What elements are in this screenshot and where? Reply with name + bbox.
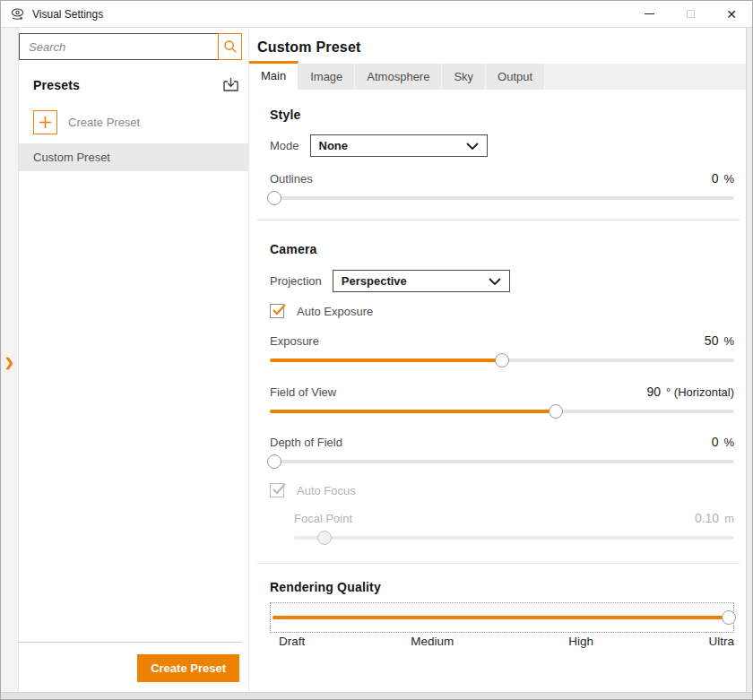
- window-bottom-edge: [1, 692, 752, 699]
- rendering-quality-header: Rendering Quality: [270, 580, 734, 594]
- tab-image[interactable]: Image: [299, 64, 355, 90]
- slider-fill: [273, 616, 729, 619]
- exposure-row: Exposure 50 %: [270, 333, 734, 348]
- exposure-unit: %: [723, 334, 734, 348]
- close-icon: ✕: [726, 8, 737, 21]
- import-preset-button[interactable]: [220, 74, 241, 96]
- slider-handle[interactable]: [722, 610, 736, 625]
- field-of-view-row: Field of View 90 ° (Horizontal): [270, 385, 734, 399]
- tab-content: Style Mode None Outlines 0 %: [249, 90, 746, 650]
- focal-point-row: Focal Point 0.10 m: [294, 511, 734, 525]
- mode-label: Mode: [270, 139, 299, 152]
- camera-section-header: Camera: [270, 242, 734, 256]
- projection-dropdown-value: Perspective: [342, 274, 407, 288]
- slider-handle[interactable]: [549, 404, 563, 419]
- slider-track: [294, 536, 734, 540]
- projection-dropdown[interactable]: Perspective: [333, 270, 510, 292]
- outlines-row: Outlines 0 %: [270, 171, 734, 186]
- tab-bar: Main Image Atmosphere Sky Output: [249, 64, 746, 90]
- tab-main[interactable]: Main: [249, 61, 299, 90]
- quality-label-high[interactable]: High: [568, 635, 593, 648]
- auto-exposure-checkbox[interactable]: [270, 304, 284, 318]
- focal-point-value: 0.10: [695, 511, 719, 525]
- search-box: [19, 33, 242, 60]
- exposure-label: Exposure: [270, 334, 319, 348]
- outlines-slider[interactable]: [270, 191, 734, 205]
- field-of-view-label: Field of View: [270, 385, 336, 399]
- create-preset-item[interactable]: Create Preset: [19, 106, 248, 138]
- presets-sidebar: Presets Create Preset: [19, 28, 249, 694]
- depth-of-field-unit: %: [723, 436, 734, 449]
- window-controls: ✕: [628, 1, 752, 28]
- mode-dropdown-value: None: [319, 139, 349, 152]
- preset-list-item-custom-preset[interactable]: Custom Preset: [19, 143, 248, 171]
- depth-of-field-row: Depth of Field 0 %: [270, 435, 734, 449]
- create-preset-button[interactable]: Create Preset: [137, 654, 239, 682]
- window-title: Visual Settings: [32, 8, 103, 21]
- style-section-header: Style: [270, 108, 734, 122]
- search-icon: [223, 39, 238, 54]
- slider-fill: [270, 410, 556, 413]
- focal-point-slider: [294, 531, 734, 545]
- tab-atmosphere[interactable]: Atmosphere: [355, 64, 442, 90]
- footer-divider: [19, 642, 242, 643]
- checkmark-icon: [272, 481, 287, 497]
- close-button[interactable]: ✕: [711, 1, 752, 28]
- maximize-button[interactable]: [670, 1, 711, 28]
- focal-point-label: Focal Point: [294, 512, 352, 525]
- outlines-label: Outlines: [270, 172, 313, 186]
- projection-label: Projection: [270, 274, 322, 288]
- tab-sky[interactable]: Sky: [442, 64, 486, 90]
- app-eye-icon: [9, 6, 25, 22]
- slider-track: [270, 460, 734, 463]
- exposure-slider[interactable]: [270, 353, 734, 367]
- auto-exposure-label: Auto Exposure: [297, 305, 373, 318]
- depth-of-field-label: Depth of Field: [270, 436, 342, 449]
- minimize-icon: [645, 13, 654, 14]
- projection-row: Projection Perspective: [270, 270, 734, 292]
- minimize-button[interactable]: [628, 1, 670, 28]
- tab-output[interactable]: Output: [486, 64, 545, 90]
- search-input[interactable]: [20, 34, 219, 59]
- chevron-down-icon: [466, 143, 479, 150]
- page-title: Custom Preset: [257, 39, 746, 56]
- slider-handle[interactable]: [495, 353, 509, 367]
- visual-settings-window: Visual Settings ✕ ❯ Preset: [0, 0, 753, 700]
- outlines-unit: %: [723, 172, 734, 186]
- depth-of-field-value: 0: [712, 435, 719, 449]
- rendering-quality-labels: Draft Medium High Ultra: [270, 635, 734, 650]
- focal-point-unit: m: [724, 512, 734, 525]
- mode-row: Mode None: [270, 134, 734, 157]
- presets-header-row: Presets: [19, 74, 248, 96]
- exposure-value: 50: [705, 333, 719, 348]
- slider-handle[interactable]: [267, 191, 281, 205]
- auto-exposure-row: Auto Exposure: [270, 304, 734, 318]
- expand-panel-chevron-icon[interactable]: ❯: [4, 356, 14, 369]
- auto-focus-checkbox: [270, 483, 284, 497]
- slider-fill: [270, 359, 502, 362]
- auto-focus-label: Auto Focus: [297, 484, 356, 497]
- section-divider: [257, 563, 740, 564]
- plus-icon: [33, 110, 57, 134]
- collapse-rail: ❯: [1, 28, 19, 694]
- mode-dropdown[interactable]: None: [310, 134, 488, 157]
- window-right-edge: [746, 28, 752, 692]
- slider-handle[interactable]: [267, 454, 281, 469]
- quality-label-draft[interactable]: Draft: [279, 635, 305, 648]
- search-button[interactable]: [218, 33, 242, 60]
- rendering-quality-slider[interactable]: [273, 610, 731, 625]
- outlines-value: 0: [712, 171, 719, 186]
- depth-of-field-slider[interactable]: [270, 454, 734, 469]
- field-of-view-value: 90: [646, 385, 661, 399]
- create-preset-item-label: Create Preset: [68, 116, 140, 129]
- quality-label-medium[interactable]: Medium: [411, 635, 454, 648]
- settings-panel: Custom Preset Main Image Atmosphere Sky …: [249, 28, 752, 694]
- checkmark-icon: [272, 302, 287, 317]
- quality-label-ultra[interactable]: Ultra: [708, 635, 734, 648]
- slider-track: [270, 196, 734, 200]
- field-of-view-slider[interactable]: [270, 404, 734, 419]
- preset-item-label: Custom Preset: [33, 151, 110, 164]
- auto-focus-row: Auto Focus: [270, 483, 734, 497]
- titlebar: Visual Settings ✕: [1, 1, 752, 28]
- section-divider: [257, 220, 740, 220]
